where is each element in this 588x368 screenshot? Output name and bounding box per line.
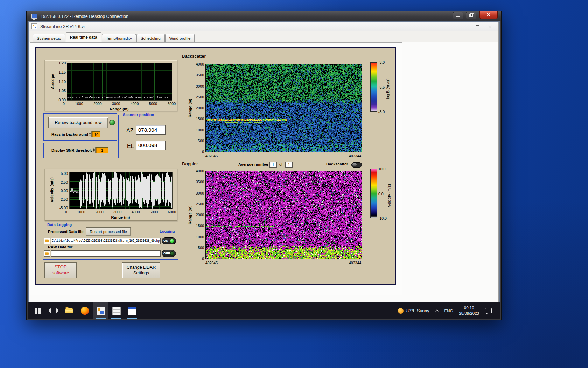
scan-scheduler-taskbar-button[interactable] [108,302,124,319]
taskbar: 83°F Sunny ENG 00:10 28/08/2023 [28,302,500,319]
rdp-window-title: 192.168.0.122 - Remote Desktop Connectio… [41,14,128,19]
rdp-titlebar[interactable]: 192.168.0.122 - Remote Desktop Connectio… [27,11,501,21]
tick-label: 1500 [196,224,204,228]
tick-label: 6000 [168,102,176,106]
renew-background-button[interactable]: Renew background now [48,117,108,128]
az-value-box[interactable]: 078.994 [136,125,166,135]
speech-bubble-notification-icon[interactable] [485,308,492,313]
restart-processed-file-label: Restart processed file [90,230,127,234]
monitor-icon [31,14,37,19]
tab-real-time-data[interactable]: Real time data [66,32,102,42]
tab-system-setup[interactable]: System setup [33,34,65,42]
app-restore-button[interactable] [471,22,484,31]
firefox-icon [81,307,89,315]
tick-label: 0 [202,150,204,154]
rays-value-field[interactable]: 10 [92,131,100,137]
background-controls-group: Renew background now Rays in background … [43,113,117,141]
raw-data-file-label: RAW Data file [48,245,73,249]
snr-threshold-label: Display SNR threshold [51,148,93,152]
app-titlebar[interactable]: StreamLine XR v14-6.vi [29,22,498,31]
backscatter-x-start: 402845 [205,154,218,158]
tick-label: 1000 [196,235,204,239]
tick-label: 1.15 [59,70,66,74]
tick-label: 0.00 [61,189,68,193]
rdp-minimize-button[interactable] [453,12,463,19]
tick-label: 1.05 [59,89,66,93]
average-number-field[interactable]: 1 [270,162,277,168]
processed-path-browse-button[interactable] [44,238,50,244]
snr-value-field[interactable]: 1 [96,147,108,153]
backscatter-colorbar-label: log B (/m/sr) [386,68,390,110]
tick-label: 1000 [75,102,83,106]
sun-weather-icon [398,308,404,314]
doppler-colorbar-ticks: 10.00.0-10.0 [378,167,387,220]
backscatter-title: Backscatter [182,54,206,59]
doppler-heatmap [205,171,362,259]
app-minimize-button[interactable] [458,22,471,31]
tick-label: 4000 [132,210,140,214]
tick-label: 3000 [196,191,204,195]
tab-wind-profile[interactable]: Wind profile [165,34,195,42]
processed-path-field[interactable]: C:\Lidar\Data\Proc\2023\202308\20230828\… [51,238,161,244]
backscatter-x-labels: 402845 403344 [205,154,361,158]
taskbar-tray: 83°F Sunny ENG 00:10 28/08/2023 [398,302,500,319]
document-app-taskbar-button[interactable] [124,302,140,319]
app-close-button[interactable] [484,22,496,31]
backscatter-display-toggle[interactable] [351,162,362,168]
language-indicator[interactable]: ENG [444,309,453,313]
tick-label: 5000 [149,102,157,106]
processed-data-file-label: Processed Data file [48,230,84,234]
change-settings-line1: Change LiDAR [127,265,156,270]
firefox-button[interactable] [77,302,93,319]
ascope-x-ticks: 0100020003000400050006000 [63,102,176,106]
remote-desktop-client: StreamLine XR v14-6.vi System setup Real… [28,21,500,319]
tick-label: 10.0 [378,167,387,171]
app-window-controls [458,22,496,31]
start-button[interactable] [30,302,46,319]
task-view-button[interactable] [46,302,61,319]
rdp-close-button[interactable] [479,11,498,19]
weather-widget[interactable]: 83°F Sunny [398,308,429,314]
stop-software-button[interactable]: STOP software [44,262,77,278]
snr-spinner[interactable] [92,147,96,153]
tick-label: 1500 [196,117,204,121]
tick-label: 1.10 [59,80,66,84]
ascope-canvas [67,63,172,100]
rays-spinner[interactable] [88,131,92,137]
change-lidar-settings-button[interactable]: Change LiDAR Settings [122,262,160,278]
tick-label: 3000 [196,84,204,88]
backscatter-colorbar-ticks: -3.0-5.5-8.0 [378,60,385,114]
average-total-field[interactable]: 1 [285,162,293,168]
tick-label: 6000 [168,210,176,214]
tick-label: -8.0 [378,110,385,114]
ascope-x-axis-label: Range (m) [67,107,172,111]
tick-label: 2500 [196,95,204,99]
processed-logging-toggle[interactable]: ON [162,237,176,244]
labview-app-icon [97,307,105,315]
tab-scheduling[interactable]: Scheduling [136,34,165,42]
rdp-restore-button[interactable] [466,12,476,19]
raw-path-field[interactable] [51,250,161,257]
el-value-box[interactable]: 000.098 [136,141,166,150]
weather-text: 83°F Sunny [406,308,429,313]
taskbar-clock[interactable]: 00:10 28/08/2023 [459,305,479,316]
tick-label: 4000 [131,102,139,106]
doppler-x-labels: 402845 403344 [205,261,361,265]
taskbar-left [28,302,140,319]
velocity-y-ticks: 5.002.500.00-2.50-5.00 [54,171,68,210]
clock-time: 00:10 [459,305,479,311]
chevron-up-icon[interactable] [435,309,439,314]
logging-off-led [170,251,174,256]
labview-vi-icon [31,23,37,29]
tick-label: -5.5 [378,85,385,89]
tab-strip: System setup Real time data Temp/humidit… [29,31,498,42]
restart-processed-file-button[interactable]: Restart processed file [86,227,131,236]
raw-logging-toggle[interactable]: OFF [162,250,176,257]
streamline-taskbar-button[interactable] [93,302,108,319]
tick-label: 1000 [77,210,85,214]
tab-temp-humidity[interactable]: Temp/humidity [102,34,136,42]
raw-path-browse-button[interactable] [44,250,50,257]
ascope-y-ticks: 1.201.151.101.050.99 [51,61,66,102]
file-explorer-button[interactable] [61,302,77,319]
velocity-canvas [70,172,172,209]
